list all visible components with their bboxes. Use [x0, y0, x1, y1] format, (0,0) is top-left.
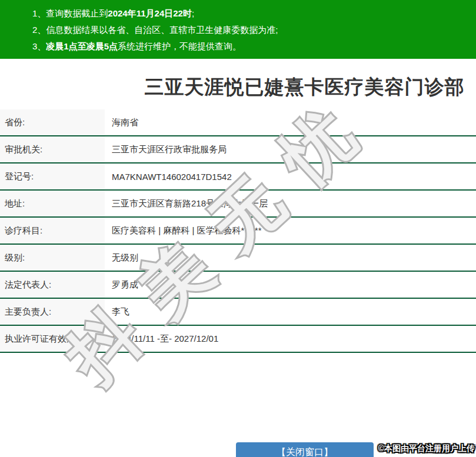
- row-value: 三亚市天涯区育新路218号望海大厦一层: [105, 191, 476, 216]
- row-value: 海南省: [105, 109, 476, 135]
- table-row-registration-number: 登记号: MA7KNAWT146020417D1542: [0, 164, 476, 191]
- table-row-province: 省份: 海南省: [0, 109, 476, 136]
- row-label: 审批机关:: [0, 136, 105, 162]
- notice-1-number: 1、: [32, 8, 46, 18]
- row-label: 省份:: [0, 109, 105, 135]
- license-table: 省份: 海南省 审批机关: 三亚市天涯区行政审批服务局 登记号: MA7KNAW…: [0, 109, 476, 353]
- row-label: 法定代表人:: [0, 272, 105, 298]
- row-label: 主要负责人:: [0, 299, 105, 325]
- notice-banner: 1、查询数据截止到2024年11月24日22时; 2、信息数据结果以各省、自治区…: [0, 0, 476, 59]
- table-row-legal-representative: 法定代表人: 罗勇成: [0, 272, 476, 299]
- row-label: 诊疗科目:: [0, 218, 105, 243]
- notice-3-suffix: 系统进行维护，不能提供查询。: [118, 41, 241, 51]
- table-row-approval-authority: 审批机关: 三亚市天涯区行政审批服务局: [0, 136, 476, 164]
- platform-upload-credit: ©本图由平台注册用户上传: [378, 443, 475, 454]
- row-value: 无级别: [105, 245, 476, 271]
- notice-3-bold: 凌晨1点至凌晨5点: [46, 41, 118, 51]
- notice-line-3: 3、凌晨1点至凌晨5点系统进行维护，不能提供查询。: [32, 38, 470, 55]
- notice-1-bold: 2024年11月24日22时: [108, 8, 192, 18]
- table-row-main-responsible-person: 主要负责人: 李飞: [0, 299, 476, 326]
- row-label: 地址:: [0, 191, 105, 216]
- table-row-address: 地址: 三亚市天涯区育新路218号望海大厦一层: [0, 191, 476, 218]
- row-value: MA7KNAWT146020417D1542: [105, 164, 476, 189]
- close-window-button[interactable]: 【关闭窗口】: [236, 442, 374, 457]
- notice-line-1: 1、查询数据截止到2024年11月24日22时;: [32, 5, 470, 22]
- notice-2-text: 信息数据结果以各省、自治区、直辖市卫生健康委数据为准;: [46, 25, 278, 35]
- notice-1-suffix: ;: [192, 8, 194, 18]
- notice-1-text: 查询数据截止到: [46, 8, 108, 18]
- row-value: 2024/11/11 -至- 2027/12/01: [105, 326, 476, 352]
- row-value: 三亚市天涯区行政审批服务局: [105, 136, 476, 162]
- row-value: 罗勇成: [105, 272, 476, 298]
- notice-line-2: 2、信息数据结果以各省、自治区、直辖市卫生健康委数据为准;: [32, 22, 470, 38]
- notice-2-number: 2、: [32, 25, 46, 35]
- notice-3-number: 3、: [32, 41, 46, 51]
- row-value: 李飞: [105, 299, 476, 325]
- row-label: 执业许可证有效期:: [0, 326, 105, 352]
- row-value: 医疗美容科 | 麻醉科 | 医学检验科******: [105, 218, 476, 243]
- row-label: 级别:: [0, 245, 105, 271]
- row-label: 登记号:: [0, 164, 105, 189]
- table-row-medical-departments: 诊疗科目: 医疗美容科 | 麻醉科 | 医学检验科******: [0, 218, 476, 245]
- page-title: 三亚天涯悦已婕熹卡医疗美容门诊部: [133, 74, 476, 101]
- table-row-level: 级别: 无级别: [0, 245, 476, 272]
- table-row-license-validity-period: 执业许可证有效期: 2024/11/11 -至- 2027/12/01: [0, 326, 476, 353]
